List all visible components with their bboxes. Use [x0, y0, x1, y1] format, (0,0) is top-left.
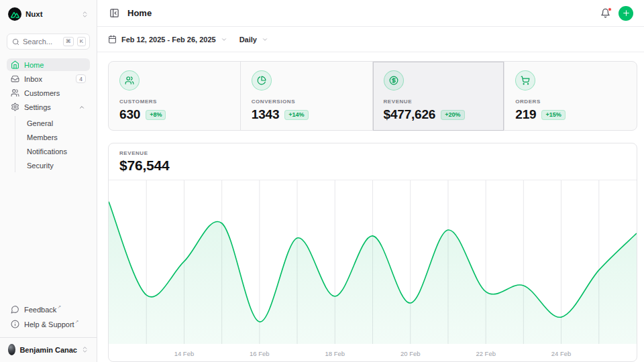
stat-card-customers[interactable]: CUSTOMERS 630 +8% [109, 62, 241, 131]
users-icon [11, 88, 19, 97]
sidebar-item-home[interactable]: Home [7, 58, 90, 71]
sidebar-item-label: Home [24, 61, 86, 69]
stat-value: 1343 [252, 107, 280, 122]
user-avatar [8, 344, 15, 355]
chart-total: $76,544 [119, 157, 626, 174]
sidebar-item-general[interactable]: General [23, 116, 90, 130]
circle-dollar-icon [389, 76, 398, 85]
stat-card-orders[interactable]: ORDERS 219 +15% [504, 62, 637, 131]
nuxt-logo-icon [8, 7, 21, 21]
chevron-down-icon [221, 36, 227, 43]
home-icon [11, 60, 19, 69]
period-select[interactable]: Daily [239, 36, 268, 44]
x-axis-tick-label: 20 Feb [400, 350, 421, 357]
sidebar-item-label: Inbox [24, 75, 71, 83]
user-name: Benjamin Canac [19, 346, 77, 354]
chevron-up-icon [77, 103, 86, 111]
stats-row: CUSTOMERS 630 +8% CONVERSIONS 1343 +14% [108, 61, 637, 131]
search-input[interactable]: Search... ⌘ K [7, 34, 90, 50]
sidebar-item-label: Settings [24, 103, 72, 111]
search-placeholder: Search... [23, 38, 60, 46]
stat-card-revenue[interactable]: REVENUE $477,626 +20% [373, 62, 505, 131]
message-bubble-icon [11, 305, 19, 314]
shopping-cart-icon [521, 76, 530, 85]
page-header: Home [97, 0, 644, 27]
stat-change-badge: +8% [146, 110, 166, 120]
revenue-area-chart[interactable]: 14 Feb16 Feb18 Feb20 Feb22 Feb24 Feb [109, 180, 637, 361]
sidebar-nav: Home Inbox 4 Customers Settings Genera [7, 58, 90, 172]
external-link-icon: ↗ [75, 319, 79, 324]
kbd-k: K [77, 37, 86, 46]
stat-label: REVENUE [384, 99, 494, 105]
sidebar-item-label: Help & Support [24, 320, 74, 328]
stat-change-badge: +14% [284, 110, 308, 120]
revenue-chart-card: REVENUE $76,544 14 Feb16 Feb18 Feb20 Feb… [108, 143, 637, 362]
info-circle-icon [11, 320, 19, 328]
inbox-icon [11, 74, 19, 83]
sidebar-item-label: Feedback [24, 306, 56, 314]
user-menu[interactable]: Benjamin Canac [0, 337, 97, 357]
inbox-count-badge: 4 [76, 74, 86, 83]
filters-toolbar: Feb 12, 2025 - Feb 26, 2025 Daily [97, 27, 644, 52]
calendar-icon [108, 35, 117, 44]
x-axis-tick-label: 14 Feb [174, 350, 195, 357]
sidebar-item-inbox[interactable]: Inbox 4 [7, 72, 90, 85]
date-range-picker[interactable]: Feb 12, 2025 - Feb 26, 2025 [108, 35, 227, 44]
chart-label: REVENUE [119, 150, 626, 157]
x-axis-tick-label: 16 Feb [250, 350, 270, 357]
sidebar-item-feedback[interactable]: Feedback↗ [7, 302, 90, 316]
chevrons-up-down-icon [81, 346, 89, 353]
stat-card-conversions[interactable]: CONVERSIONS 1343 +14% [241, 62, 373, 131]
x-axis-tick-label: 22 Feb [476, 350, 496, 357]
x-axis-tick-label: 18 Feb [325, 350, 345, 357]
sidebar-item-security[interactable]: Security [23, 158, 90, 172]
sidebar-item-settings[interactable]: Settings [7, 101, 90, 113]
stat-value: 630 [119, 107, 140, 122]
stat-label: ORDERS [515, 99, 626, 105]
workspace-switcher[interactable]: Nuxt [7, 6, 90, 22]
sidebar-item-help-support[interactable]: Help & Support↗ [7, 317, 90, 330]
users-icon [125, 76, 134, 85]
chart-body: 14 Feb16 Feb18 Feb20 Feb22 Feb24 Feb [109, 180, 637, 361]
settings-subnav: General Members Notifications Security [15, 116, 90, 172]
main-area: Home Feb 12, 2025 - Feb 26, 2025 Daily [97, 0, 644, 362]
sidebar: Nuxt Search... ⌘ K Home Inbox 4 [0, 0, 97, 362]
sidebar-toggle-button[interactable] [108, 7, 121, 19]
chevrons-up-down-icon [81, 11, 89, 18]
date-range-value: Feb 12, 2025 - Feb 26, 2025 [121, 36, 216, 44]
period-value: Daily [239, 36, 257, 44]
sidebar-item-notifications[interactable]: Notifications [23, 144, 90, 158]
page-title: Home [127, 8, 152, 18]
kbd-cmd: ⌘ [63, 37, 74, 46]
stat-value: 219 [515, 107, 536, 122]
chart-header: REVENUE $76,544 [109, 143, 637, 180]
stat-value: $477,626 [384, 107, 436, 122]
workspace-name: Nuxt [25, 10, 77, 18]
stat-change-badge: +20% [441, 110, 464, 120]
search-icon [12, 38, 19, 46]
sidebar-footer: Feedback↗ Help & Support↗ Benjamin Canac [7, 302, 90, 357]
sidebar-item-members[interactable]: Members [23, 130, 90, 144]
chart-pie-icon [257, 76, 266, 85]
sidebar-item-label: Customers [24, 89, 86, 97]
stat-change-badge: +15% [541, 110, 565, 120]
notifications-button[interactable] [599, 7, 612, 19]
dashboard-content: CUSTOMERS 630 +8% CONVERSIONS 1343 +14% [97, 52, 644, 362]
stat-label: CONVERSIONS [252, 99, 362, 105]
x-axis-tick-label: 24 Feb [551, 350, 572, 357]
notification-dot [608, 7, 612, 11]
chevron-down-icon [262, 36, 268, 43]
gear-icon [11, 103, 19, 111]
external-link-icon: ↗ [57, 304, 61, 309]
sidebar-item-customers[interactable]: Customers [7, 86, 90, 99]
stat-label: CUSTOMERS [119, 99, 229, 105]
add-button[interactable] [619, 6, 633, 21]
